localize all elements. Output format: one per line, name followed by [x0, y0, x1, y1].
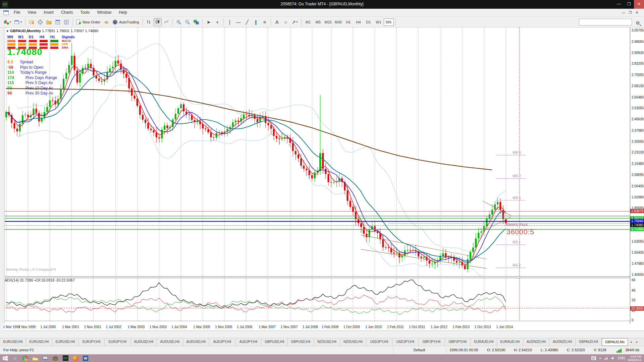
chart-tab[interactable]: USDJPY,H4 [392, 338, 419, 346]
chart-tab-active[interactable]: GBPAUD,Mo [602, 338, 628, 346]
search-input[interactable] [579, 19, 632, 25]
candlestick-icon [155, 19, 160, 24]
chart-tab[interactable]: GBPJPY,H4 [445, 338, 471, 346]
fibonacci-tool-button[interactable]: ≡ [261, 18, 269, 26]
chart-tab[interactable]: EURJPY,H4 [78, 338, 105, 346]
chart-tab[interactable]: GBPJPY,H4 [419, 338, 445, 346]
chart-tab[interactable]: AUDJPY,H4 [235, 338, 262, 346]
taskbar-monitor-app[interactable] [40, 355, 50, 362]
minimize-button[interactable]: — [614, 0, 624, 9]
trendline-tool-button[interactable]: ╱ [243, 18, 251, 26]
date-tick-label: 1 Jul 2006 [237, 325, 252, 329]
close-button[interactable]: ✕ [634, 0, 644, 9]
collapse-arrow-icon[interactable]: ▼ [6, 29, 9, 33]
chart-tab[interactable]: NZDUSD,H4 [340, 338, 366, 346]
crosshair-tool-button[interactable]: + [213, 18, 221, 26]
taskbar-briefcase-app[interactable] [50, 355, 60, 362]
channel-tool-button[interactable]: ∥ [252, 18, 260, 26]
vertical-line-tool-button[interactable]: | [226, 18, 234, 26]
bar-chart-type-button[interactable] [145, 18, 153, 26]
timeframe-d1[interactable]: D1 [364, 18, 374, 26]
chart-tab[interactable]: EURUSD,H4 [0, 338, 26, 346]
chart-tab[interactable]: AUDUSD,H4 [157, 338, 183, 346]
chart-tab[interactable]: NZDUSD,H4 [314, 338, 340, 346]
chart-tab[interactable]: GBPUSD,H4 [288, 338, 314, 346]
chart-tab[interactable]: GBPUSD,H4 [262, 338, 288, 346]
cursor-tool-button[interactable]: ➤ [205, 18, 213, 26]
taskbar-word[interactable]: W [80, 355, 91, 362]
tab-scroll-left[interactable]: ◂ [628, 338, 634, 346]
tile-windows-icon [194, 19, 199, 25]
start-button[interactable] [0, 355, 10, 362]
chart-tab[interactable]: AUDJPY,H4 [209, 338, 235, 346]
restore-button[interactable]: ❐ [624, 0, 634, 9]
taskbar-file-explorer[interactable] [30, 355, 40, 362]
chart-tab[interactable]: EURAUD,H4 [497, 338, 523, 346]
timeframe-m30[interactable]: M30 [333, 18, 343, 26]
chart-tab[interactable]: AUDUSD,H4 [131, 338, 157, 346]
touch-keyboard-icon[interactable] [591, 356, 596, 360]
timeframe-h4[interactable]: H4 [354, 18, 364, 26]
crosshair-target-button[interactable] [36, 18, 44, 26]
menu-window[interactable]: Window [94, 9, 115, 16]
timeframe-m5[interactable]: M5 [313, 18, 323, 26]
profiles-button[interactable]: ▾ [13, 18, 23, 26]
menu-help[interactable]: Help [115, 9, 131, 16]
child-restore-button[interactable]: ❐ [627, 10, 633, 15]
zoom-out-button[interactable] [183, 18, 192, 26]
horizontal-line-tool-button[interactable]: — [234, 18, 243, 26]
tile-windows-button[interactable] [192, 18, 200, 26]
chart-tab[interactable]: EURJPY,H4 [105, 338, 131, 346]
timeframe-h1[interactable]: H1 [343, 18, 354, 26]
tray-expand-icon[interactable]: ▲ [599, 357, 601, 360]
menu-charts[interactable]: Charts [57, 9, 76, 16]
menu-insert[interactable]: Insert [40, 9, 57, 16]
zoom-in-button[interactable] [175, 18, 183, 26]
candlestick-type-button[interactable] [154, 18, 162, 26]
volume-icon[interactable] [611, 356, 615, 360]
taskbar-chrome[interactable] [20, 355, 30, 362]
chart-tab[interactable]: AUDNZD,H4 [523, 338, 549, 346]
chart-tab[interactable]: EURAUD,H4 [471, 338, 497, 346]
taskbar-go-trader[interactable]: GO [60, 355, 70, 362]
shapes-tool-button[interactable]: ○ [282, 18, 290, 26]
child-minimize-button[interactable]: — [621, 10, 627, 15]
timeframe-w1[interactable]: W1 [374, 18, 384, 26]
chart-tab[interactable]: AUDUSD,H4 [183, 338, 209, 346]
child-close-button[interactable]: ✕ [634, 10, 640, 15]
chart-window-icon [3, 10, 9, 15]
menu-file[interactable]: File [10, 9, 24, 16]
price-chart-canvas[interactable] [3, 27, 630, 324]
arrows-tool-button[interactable]: ↗▾ [290, 18, 299, 26]
taskbar-internet-explorer[interactable]: e [10, 355, 20, 362]
line-chart-type-button[interactable] [162, 18, 170, 26]
expert-advisors-button[interactable] [102, 18, 110, 26]
chart-tab[interactable]: EURUSD,H4 [26, 338, 52, 346]
navigator-button[interactable] [62, 18, 70, 26]
stat-today-s-range: 114Today's Range [7, 70, 47, 75]
profile-indicator[interactable]: Default [396, 348, 443, 352]
new-chart-button[interactable]: ▾ [2, 18, 12, 26]
timeframe-mn[interactable]: MN [384, 18, 394, 26]
search-icon[interactable] [636, 20, 639, 26]
chart-tab[interactable]: GBPAUD,H4 [576, 338, 602, 346]
chart-tab[interactable]: EURUSD,H4 [52, 338, 78, 346]
taskbar-clock[interactable]: 4:04 PM 6/09/2014 [628, 355, 643, 362]
network-icon[interactable] [604, 356, 608, 360]
timeframe-m1[interactable]: M1 [303, 18, 313, 26]
timeframe-m15[interactable]: M15 [323, 18, 333, 26]
autotrading-button[interactable]: AutoTrading [111, 18, 141, 26]
tab-scroll-right[interactable]: ▸ [634, 338, 640, 346]
menu-view[interactable]: View [24, 9, 40, 16]
text-tool-button[interactable]: A [273, 18, 281, 26]
chart-tab[interactable]: AUDNZD,H4 [549, 338, 576, 346]
market-watch-button[interactable] [28, 18, 36, 26]
language-indicator[interactable]: ENG [618, 356, 625, 360]
new-order-button[interactable]: New Order [75, 18, 102, 26]
taskbar-firefox[interactable] [70, 355, 80, 362]
menu-tools[interactable]: Tools [77, 9, 94, 16]
price-axis[interactable]: 3.057052.980552.906302.832052.755552.681… [630, 27, 644, 324]
profiles-folder-button[interactable] [45, 18, 53, 26]
chart-tab[interactable]: USDJPY,H4 [366, 338, 392, 346]
data-window-button[interactable] [54, 18, 62, 26]
